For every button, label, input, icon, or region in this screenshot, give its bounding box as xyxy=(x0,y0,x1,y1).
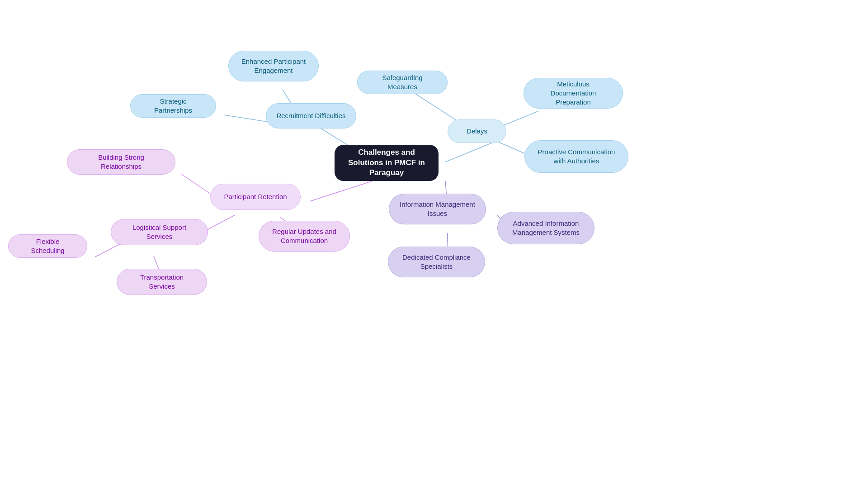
center-label: Challenges and Solutions in PMCF in Para… xyxy=(344,147,429,179)
logistical-node: Logistical Support Services xyxy=(111,219,208,245)
recruitment-node: Recruitment Difficulties xyxy=(266,103,356,128)
svg-line-3 xyxy=(445,142,495,162)
transportation-node: Transportation Services xyxy=(117,269,207,295)
dedicated-node: Dedicated Compliance Specialists xyxy=(388,247,485,277)
strategic-node: Strategic Partnerships xyxy=(130,94,216,118)
info-mgmt-node: Information Management Issues xyxy=(389,194,486,224)
svg-line-10 xyxy=(95,243,122,257)
enhanced-node: Enhanced Participant Engagement xyxy=(228,51,319,81)
advanced-info-node: Advanced Information Management Systems xyxy=(497,212,594,244)
meticulous-node: Meticulous Documentation Preparation xyxy=(524,78,623,109)
participant-retention-node: Participant Retention xyxy=(210,184,301,210)
proactive-node: Proactive Communication with Authorities xyxy=(524,140,628,173)
svg-line-7 xyxy=(310,180,375,201)
safeguarding-node: Safeguarding Measures xyxy=(357,71,448,94)
flexible-node: Flexible Scheduling xyxy=(8,234,87,258)
regular-updates-node: Regular Updates and Communication xyxy=(259,221,350,252)
building-node: Building Strong Relationships xyxy=(67,149,175,175)
delays-node: Delays xyxy=(448,119,506,143)
center-node: Challenges and Solutions in PMCF in Para… xyxy=(335,145,439,181)
